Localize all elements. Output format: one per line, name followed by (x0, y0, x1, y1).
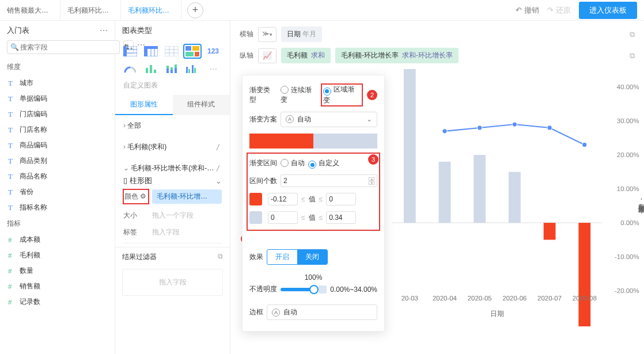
svg-text:-10.00%: -10.00% (615, 253, 639, 260)
tab-graphic-props[interactable]: 图形属性 (115, 95, 173, 115)
search-input[interactable] (7, 40, 120, 54)
label-dropzone[interactable]: 拖入字段 (152, 227, 180, 237)
radio-interval-custom[interactable]: 自定义 (308, 158, 339, 169)
range2-min[interactable]: 0 (268, 211, 298, 224)
opacity-label: 不透明度 (249, 284, 277, 294)
ct-bar-stack[interactable] (164, 62, 180, 75)
gradient-scheme-label: 渐变方案 (249, 115, 277, 124)
svg-text:2020-04: 2020-04 (433, 295, 457, 302)
effect-toggle[interactable]: 开启关闭 (267, 249, 328, 265)
svg-rect-22 (166, 66, 169, 68)
dim-item[interactable]: T门店编码 (0, 106, 115, 122)
opacity-slider[interactable] (281, 288, 315, 291)
tab-component-style[interactable]: 组件样式 (173, 95, 230, 115)
label-label: 标签 (123, 227, 149, 237)
filter-dropzone[interactable]: 拖入字段 (122, 269, 223, 296)
svg-rect-27 (186, 67, 188, 73)
border-select[interactable]: A自动 (267, 304, 377, 320)
ct-bar-multi[interactable] (184, 62, 200, 75)
svg-text:-20.00%: -20.00% (615, 287, 639, 294)
tab-2[interactable]: 毛利额环比增… (121, 0, 181, 21)
interval-count-label: 区间个数 (249, 176, 277, 186)
enter-dashboard-button[interactable]: 进入仪表板 (579, 2, 637, 19)
dim-item[interactable]: T单据编码 (0, 91, 115, 106)
radio-continuous[interactable]: 连续渐变 (281, 85, 318, 105)
svg-rect-9 (165, 46, 179, 56)
search-icon: 🔍 (10, 43, 19, 51)
size-dropzone[interactable]: 拖入一个字段 (152, 211, 194, 220)
dimensions-label: 维度 (0, 59, 115, 75)
meas-item[interactable]: #成本额 (0, 232, 115, 248)
svg-rect-20 (154, 70, 156, 73)
horiz-sort-button[interactable]: ⪼▾ (258, 27, 276, 42)
meas-item[interactable]: #毛利额 (0, 248, 115, 263)
table-more-icon[interactable]: ⋯ (100, 26, 108, 35)
acc-measure1[interactable]: › 毛利额(求和)〳 (115, 136, 230, 158)
shape-select[interactable]: ▯ 柱形图⌄ (123, 176, 222, 186)
svg-rect-30 (194, 68, 196, 73)
dim-item[interactable]: T门店名称 (0, 122, 115, 138)
color-label[interactable]: 颜色 ⚙ (123, 189, 149, 204)
tab-0[interactable]: 销售额最大的… (0, 0, 60, 21)
add-tab-button[interactable]: + (187, 2, 203, 18)
meas-item[interactable]: #销售额 (0, 279, 115, 294)
gradient-preview (249, 134, 377, 149)
svg-text:40.00%: 40.00% (617, 83, 639, 90)
vert-type-button[interactable]: 📈 (258, 48, 276, 63)
ct-group-table[interactable] (122, 45, 138, 58)
ct-kpi[interactable]: 123 (205, 45, 221, 58)
dim-item[interactable]: T省份 (0, 184, 115, 200)
legend-swatch (319, 286, 327, 294)
dim-item[interactable]: T城市 (0, 75, 115, 91)
svg-rect-6 (144, 46, 147, 56)
color-field-chip[interactable]: 毛利额-环比增… (152, 189, 222, 204)
dim-item[interactable]: T商品编码 (0, 138, 115, 153)
gradient-scheme-select[interactable]: A自动⌄ (281, 112, 377, 127)
svg-point-55 (547, 125, 552, 130)
acc-all[interactable]: › 全部 (115, 115, 230, 136)
svg-text:日期: 日期 (490, 310, 504, 318)
axis-popout-icon[interactable]: ⧉ (630, 30, 635, 39)
ct-partition[interactable] (184, 45, 200, 58)
undo-icon: ↶ (516, 6, 522, 14)
vert-field-pill-1[interactable]: 毛利额求和 (281, 48, 331, 63)
legend-text: 0.00%~34.00% (330, 286, 377, 294)
radio-area[interactable]: 区域渐变 (321, 84, 362, 106)
range1-max[interactable]: 0 (326, 193, 356, 205)
horiz-field-pill[interactable]: 日期 年月 (281, 26, 322, 42)
range2-max[interactable]: 0.34 (326, 211, 356, 224)
swatch-1[interactable] (249, 193, 262, 205)
meas-item[interactable]: #记录数 (0, 294, 115, 310)
svg-text:2020-06: 2020-06 (502, 295, 526, 302)
measures-label: 指标 (0, 215, 115, 232)
radio-interval-auto[interactable]: 自动 (281, 158, 305, 168)
swatch-2[interactable] (249, 211, 262, 224)
svg-text:毛利额-环比增长率: 毛利额-环比增长率 (638, 198, 644, 214)
ct-gauge[interactable] (122, 62, 138, 75)
opacity-value: 100% (249, 273, 377, 281)
ct-list[interactable] (164, 45, 180, 58)
ct-more[interactable]: ⋯ (205, 62, 221, 75)
dim-item[interactable]: T商品名称 (0, 169, 115, 184)
tab-1[interactable]: 毛利额环比增… (60, 0, 121, 21)
ct-bar[interactable] (143, 62, 159, 75)
dim-item[interactable]: T指标名称 (0, 200, 115, 215)
vert-field-pill-2[interactable]: 毛利额-环比增长率求和-环比增长率 (335, 48, 459, 63)
axis-popout-icon[interactable]: ⧉ (630, 51, 635, 60)
undo-button[interactable]: ↶撤销 (516, 5, 539, 16)
meas-item[interactable]: #数量 (0, 263, 115, 279)
dim-item[interactable]: T商品类别 (0, 153, 115, 169)
interval-label: 渐变区间 (249, 158, 277, 168)
table-title: 入门表 (7, 25, 29, 36)
svg-text:20-03: 20-03 (401, 295, 418, 302)
range1-min[interactable]: -0.12 (268, 193, 298, 205)
svg-rect-48 (544, 223, 556, 239)
vert-axis-label: 纵轴 (240, 51, 253, 60)
size-label: 大小 (123, 211, 149, 220)
acc-measure2[interactable]: ⌄ 毛利额-环比增长率(求和-…〳 (115, 158, 230, 176)
interval-count-input[interactable]: 2▴▾ (281, 174, 377, 187)
svg-text:2020-08: 2020-08 (573, 295, 597, 302)
bar-icon: ▯ (123, 176, 127, 185)
popout-icon[interactable]: ⧉ (218, 252, 223, 262)
ct-cross-table[interactable] (143, 45, 159, 58)
